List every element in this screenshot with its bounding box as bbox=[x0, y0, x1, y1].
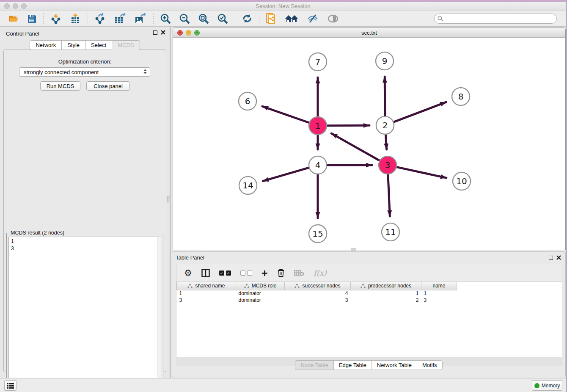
delete-button[interactable] bbox=[277, 268, 285, 277]
dropdown-value: strongly connected component bbox=[24, 69, 99, 75]
select-all-checkboxes-icon: ✓✓ bbox=[219, 271, 231, 276]
graph-edge-3-10[interactable] bbox=[396, 167, 446, 178]
function-icon: f(x) bbox=[314, 268, 327, 277]
graph-node-label-6: 6 bbox=[245, 96, 250, 106]
column-header-predecessor-nodes[interactable]: predecessor nodes bbox=[351, 282, 421, 290]
network-window-titlebar[interactable]: ✕ − + scc.txt bbox=[173, 28, 565, 38]
search-input[interactable] bbox=[434, 14, 557, 24]
new-network-from-selection-button[interactable] bbox=[262, 12, 281, 25]
zoom-out-button[interactable] bbox=[175, 12, 194, 25]
graph-edge-1-6[interactable] bbox=[262, 106, 309, 123]
new-network-from-selection-icon bbox=[266, 13, 277, 25]
eye-icon bbox=[327, 14, 339, 24]
network-overview-button[interactable] bbox=[281, 12, 303, 25]
table-row[interactable]: 1 dominator 4 1 1 bbox=[177, 290, 457, 297]
mcds-result-text[interactable]: 1 3 bbox=[8, 237, 161, 389]
graph-edge-3-11[interactable] bbox=[388, 174, 390, 216]
chevron-up-down-icon bbox=[143, 69, 147, 74]
export-table-button[interactable] bbox=[110, 12, 130, 25]
run-mcds-button[interactable]: Run MCDS bbox=[40, 81, 80, 91]
vertical-splitter-grip[interactable] bbox=[167, 196, 171, 202]
close-panel-icon[interactable] bbox=[161, 30, 165, 35]
gear-icon: ⚙ bbox=[184, 268, 192, 278]
mcds-result-title: MCDS result (2 nodes) bbox=[9, 230, 66, 236]
graph-edge-2-3[interactable] bbox=[385, 135, 386, 149]
column-header-name[interactable]: name bbox=[421, 282, 457, 290]
zoom-in-icon bbox=[160, 13, 171, 25]
network-canvas[interactable]: 7968124314101511 bbox=[173, 38, 565, 250]
toolbar-separator bbox=[88, 13, 88, 25]
table-tabs: Node Table Edge Table Network Table Moti… bbox=[172, 360, 565, 370]
graph-edge-2-9[interactable] bbox=[385, 77, 385, 116]
network-graph[interactable]: 7968124314101511 bbox=[173, 38, 565, 250]
hide-panel-button[interactable] bbox=[303, 12, 323, 25]
import-table-button[interactable] bbox=[66, 12, 85, 25]
column-header-mcds-role[interactable]: MCDS role bbox=[236, 282, 285, 290]
deselect-all-button[interactable] bbox=[240, 271, 252, 276]
graph-edge-4-14[interactable] bbox=[263, 168, 309, 181]
tree-icon bbox=[295, 284, 300, 288]
gear-button[interactable]: ⚙ bbox=[184, 268, 192, 278]
tab-network[interactable]: Network bbox=[30, 40, 61, 50]
export-image-button[interactable] bbox=[130, 12, 151, 25]
graph-node-label-10: 10 bbox=[456, 176, 467, 186]
column-header-successor-nodes[interactable]: successor nodes bbox=[285, 282, 351, 290]
tab-select[interactable]: Select bbox=[85, 40, 112, 50]
refresh-icon bbox=[242, 13, 253, 24]
export-network-button[interactable] bbox=[91, 12, 110, 25]
table-header-row: shared name MCDS role successor nodes pr… bbox=[177, 282, 457, 290]
deselect-all-checkboxes-icon bbox=[240, 271, 252, 276]
graph-edge-3-1[interactable] bbox=[331, 133, 380, 160]
search-icon bbox=[438, 16, 443, 22]
table-panel-title: Table Panel bbox=[176, 254, 204, 261]
tab-network-table[interactable]: Network Table bbox=[372, 360, 417, 370]
result-scrollbar[interactable] bbox=[157, 237, 161, 389]
float-panel-icon[interactable] bbox=[153, 30, 157, 35]
vertical-splitter[interactable] bbox=[170, 27, 171, 378]
show-panel-button[interactable] bbox=[323, 12, 343, 25]
horizontal-splitter-grip[interactable] bbox=[351, 248, 356, 251]
tree-icon bbox=[244, 284, 249, 288]
split-columns-button[interactable] bbox=[201, 269, 210, 277]
tab-node-table[interactable]: Node Table bbox=[295, 360, 333, 370]
close-panel-icon[interactable] bbox=[556, 255, 561, 260]
graph-node-label-4: 4 bbox=[315, 160, 321, 170]
import-network-button[interactable] bbox=[46, 12, 66, 25]
main-titlebar: Session: New Session bbox=[0, 2, 566, 11]
toolbar-separator bbox=[235, 13, 235, 25]
graph-node-label-3: 3 bbox=[385, 160, 391, 170]
first-neighbors-button[interactable] bbox=[238, 12, 256, 25]
network-view-window: ✕ − + scc.txt 7968124314101511 bbox=[173, 28, 566, 250]
close-panel-button[interactable]: Close panel bbox=[86, 81, 130, 91]
node-table[interactable]: shared name MCDS role successor nodes pr… bbox=[176, 282, 562, 360]
optimization-criterion-dropdown[interactable]: strongly connected component bbox=[19, 67, 150, 77]
column-header-shared-name[interactable]: shared name bbox=[177, 282, 236, 290]
graph-edge-1-2[interactable] bbox=[327, 125, 369, 126]
task-history-button[interactable] bbox=[4, 380, 17, 391]
zoom-fit-button[interactable] bbox=[194, 12, 213, 25]
optimization-criterion-label: Optimization criterion: bbox=[4, 58, 166, 65]
memory-button[interactable]: Memory bbox=[532, 380, 562, 391]
tab-edge-table[interactable]: Edge Table bbox=[333, 360, 372, 370]
zoom-selected-button[interactable] bbox=[213, 12, 232, 25]
float-panel-icon[interactable] bbox=[549, 256, 553, 260]
control-panel-title: Control Panel bbox=[6, 30, 39, 37]
open-session-icon bbox=[8, 14, 19, 24]
tab-style[interactable]: Style bbox=[61, 40, 85, 50]
select-all-button[interactable]: ✓✓ bbox=[219, 271, 231, 276]
result-line: 1 bbox=[11, 238, 159, 245]
status-bar: Memory bbox=[0, 378, 566, 392]
function-builder-button[interactable]: f(x) bbox=[314, 268, 327, 277]
graph-edge-2-8[interactable] bbox=[394, 102, 446, 122]
toolbar-separator bbox=[43, 13, 44, 25]
tab-mcds[interactable]: MCDS bbox=[112, 40, 140, 50]
save-session-icon bbox=[27, 14, 37, 24]
zoom-in-button[interactable] bbox=[156, 12, 175, 25]
table-row[interactable]: 3 dominator 3 2 3 bbox=[177, 297, 457, 304]
control-panel-tabs: Network Style Select MCDS bbox=[0, 40, 170, 50]
tab-motifs[interactable]: Motifs bbox=[417, 360, 443, 370]
delete-table-button[interactable] bbox=[294, 270, 304, 276]
save-session-button[interactable] bbox=[23, 12, 41, 25]
add-column-button[interactable]: + bbox=[261, 269, 268, 277]
open-session-button[interactable] bbox=[4, 12, 23, 25]
